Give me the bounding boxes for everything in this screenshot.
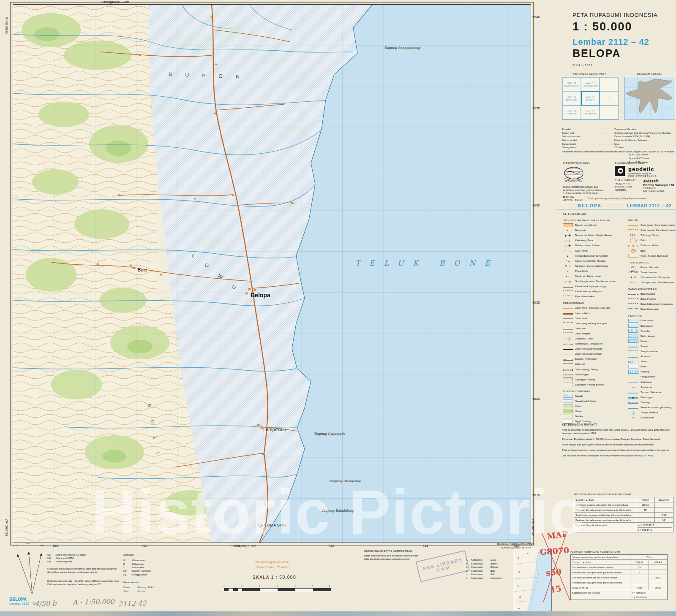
corner-coordinate-bl: 9612000 mU bbox=[5, 519, 8, 536]
legend-item-label: Bukit bbox=[641, 239, 646, 242]
legend-item: ▫Penggaraman bbox=[628, 374, 676, 379]
utm-subtotal-u: 96327 bbox=[649, 585, 667, 590]
decl-label-um: UM bbox=[40, 544, 44, 547]
utm-guide-title: PETUNJUK PEMBACAAN KOORDINAT UTM bbox=[570, 551, 668, 553]
map-area: TELUK BONE BajoBelopaLempokasiLAROMPONG … bbox=[13, 4, 531, 543]
map-scale: 1 : 50.000 bbox=[572, 20, 632, 33]
utm-row-value: 9632 bbox=[649, 575, 667, 580]
library-stamp: AGS LIBRARY UWM bbox=[416, 550, 470, 582]
l-sungai2-symbol bbox=[628, 350, 638, 354]
legend-item-label: Beting karang bbox=[641, 335, 655, 337]
l-bangun-symbol bbox=[563, 322, 573, 326]
easting-label: 705 bbox=[234, 544, 240, 548]
a-batukarang-symbol bbox=[628, 324, 638, 328]
utm-row-value: 706 bbox=[630, 565, 649, 570]
legend-item: Bukit bbox=[628, 238, 676, 243]
corner-sheet-number: Lembar 2112 - 42 bbox=[9, 602, 36, 605]
scale-text: SKALA 1 : 50.000 bbox=[253, 575, 296, 580]
legend-item: ✶Menara suar bbox=[628, 415, 676, 420]
north-abbr-row: UM: Utara magnetik bbox=[47, 560, 123, 563]
sulawesi-silhouette bbox=[625, 77, 675, 119]
glyph-symbol: ⊓ ✚ bbox=[563, 244, 573, 247]
utm-row-label: Grid sebelah kiri dari titik tersebut te… bbox=[571, 565, 630, 570]
l-telepon-symbol bbox=[563, 290, 573, 294]
northing-label: 9625 bbox=[532, 301, 540, 304]
utm-row-value bbox=[649, 570, 667, 575]
l-tambangan-symbol bbox=[563, 344, 573, 345]
legend-item: Bendungan bbox=[628, 395, 676, 400]
location-diagram-title: DIAGRAM LOKASI bbox=[624, 73, 674, 75]
legend-item-label: Menara suar bbox=[641, 416, 654, 419]
history-title: KETERANGAN RIWAYAT bbox=[562, 423, 674, 426]
sheet-strip: BELOPA LEMBAR 2112 – 42 bbox=[557, 202, 676, 209]
legend-item: ◐Pusat listrik bbox=[563, 269, 627, 274]
legend-item: ▴Tempat/Bangunan bersejarah bbox=[563, 253, 627, 258]
legend-item-label: Titik tinggi, Tebing bbox=[641, 234, 659, 236]
geo-row-label: Garis lintang pertama sebelah atas titik… bbox=[574, 513, 636, 517]
legend-item-label: Tambangan, Tonggak km bbox=[575, 342, 603, 345]
easting-label: 695 bbox=[53, 544, 58, 548]
index-cell: — bbox=[600, 106, 618, 119]
history-notes: KETERANGAN RIWAYAT Peta ini digambar sec… bbox=[562, 423, 674, 458]
legend-item: ═ ╳Jembatan, Titian bbox=[563, 336, 627, 341]
history-paragraph: Peta ini digambar secara fotogrametri da… bbox=[562, 428, 674, 435]
utm-coordinate-guide: PETUNJUK PEMBACAAN KOORDINAT UTM Sebagai… bbox=[570, 551, 668, 600]
geo-row-value: 120°21' bbox=[636, 502, 654, 507]
abbreviation-row: C: Kecamatan bbox=[123, 566, 174, 569]
legend-item-label: Jalan lain bbox=[575, 327, 586, 330]
l-aliran-symbol bbox=[628, 383, 638, 383]
geo-row-label: Perkiraan dari selang satu menit sampai … bbox=[574, 518, 636, 522]
legend-item-label: Batas Propinsi bbox=[641, 298, 656, 300]
l-kecamatan-symbol bbox=[628, 308, 638, 312]
geo-guide-example: Contoh : ▲ Bukit bbox=[574, 497, 636, 502]
legend-item: Garis pantai bbox=[628, 318, 676, 323]
swissair-location: ZUERICH SWITZERLAND bbox=[643, 187, 676, 192]
geo-guide-title: PETUNJUK PEMBACAAN KOORDINAT GEOGRAFI bbox=[574, 493, 673, 496]
town-label: LAROMPONG bbox=[258, 523, 287, 527]
geo-row-value: 3°19' bbox=[654, 513, 673, 517]
l-negara-symbol bbox=[628, 294, 638, 295]
glyph-symbol: ▪ bbox=[563, 228, 573, 232]
abbreviation-row: G: Gubernuran bbox=[123, 559, 174, 562]
legend-item-label: Jalan kolektor bbox=[575, 312, 590, 315]
legend-item-label: Tempat beribadat: Mesjid, Gereja bbox=[575, 234, 612, 236]
a-pemukiman-symbol bbox=[563, 223, 573, 227]
legend-item-label: Empang bbox=[641, 370, 649, 373]
a-rawa-symbol bbox=[628, 365, 638, 369]
a-pasir-symbol bbox=[628, 254, 638, 258]
legend-item-label: Terowongan bbox=[575, 373, 589, 376]
l-terowongan-symbol bbox=[563, 374, 573, 375]
legend-item-label: Sawah bbox=[575, 395, 583, 397]
legend-item: Dermaga bbox=[628, 400, 676, 405]
utm-guide-example: Contoh : ▲ Bukit bbox=[571, 560, 630, 564]
legend-right-column: RELIEFGaris kontur, Garis kontur indeksG… bbox=[628, 216, 676, 420]
l-bandara2-symbol bbox=[563, 383, 573, 386]
abbreviation-row: MP: Makam Pahlawan bbox=[123, 569, 174, 573]
a-empang-symbol bbox=[628, 370, 638, 374]
geo-col-timur: TIMUR bbox=[636, 497, 654, 502]
northing-label: 9615 bbox=[532, 493, 540, 497]
cape-label: Tanjung Bakulidang bbox=[322, 509, 354, 513]
svg-text:BAKOSURTANAL: BAKOSURTANAL bbox=[565, 179, 582, 182]
sheet-name: BELOPA bbox=[572, 47, 621, 60]
legend-item-label: Tambang, Sumur bahan bakar bbox=[575, 265, 608, 267]
a-belukar-symbol bbox=[563, 415, 573, 418]
legend-item: Sungai musiman bbox=[628, 349, 676, 354]
legend-item: Batu karang bbox=[628, 323, 676, 328]
abbreviation-row: B: Kabupaten bbox=[123, 562, 174, 566]
l-layang-symbol bbox=[563, 369, 573, 371]
legend-item: Empang bbox=[628, 369, 676, 374]
l-sungai-symbol bbox=[628, 347, 638, 347]
l-ka2-symbol bbox=[563, 349, 573, 350]
corner-sheet-name: BELOPA bbox=[9, 597, 36, 602]
a-pantai-symbol bbox=[628, 319, 638, 323]
edition: Edisi I - 1991 bbox=[572, 63, 592, 67]
legend-item: Jalan layang, Talang bbox=[563, 367, 627, 372]
admin-division-row: A.KabupatenLuwu bbox=[466, 558, 512, 562]
utm-row-label: Grid sebelah bawah dari titik tersebut t… bbox=[571, 575, 630, 580]
a-kebun-symbol bbox=[563, 404, 573, 408]
legend-item: Jalan yang sedang dibangun bbox=[563, 321, 627, 326]
geo-row-label: Perkiraan dari selang satu menit sampai … bbox=[574, 507, 636, 512]
geo-row-value bbox=[636, 513, 654, 517]
legend-item-label: Belukar bbox=[575, 415, 583, 418]
